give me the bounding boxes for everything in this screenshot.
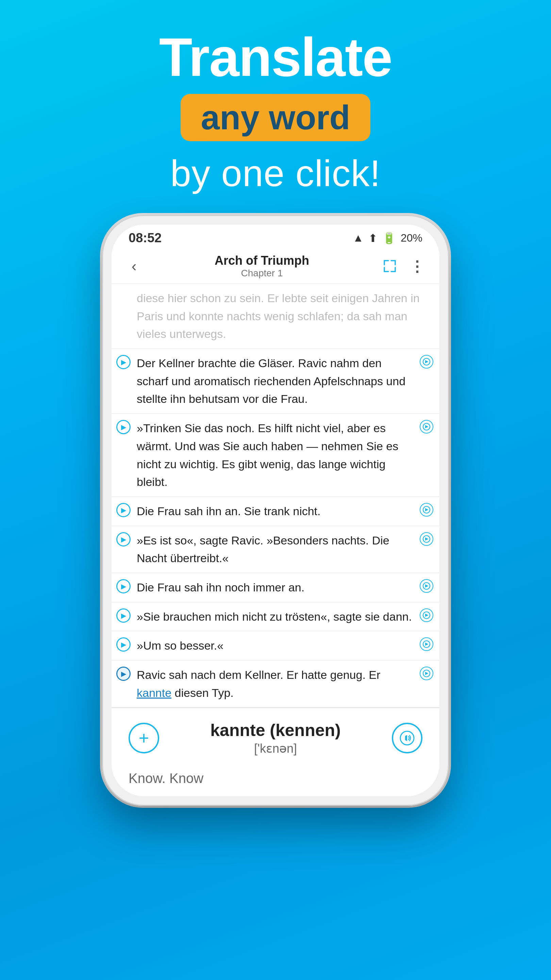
- end-button[interactable]: [420, 349, 440, 414]
- sound-button[interactable]: [392, 723, 422, 753]
- end-button[interactable]: [420, 573, 440, 602]
- paragraph-text: »Trinken Sie das noch. Es hilft nicht vi…: [135, 414, 420, 496]
- highlight-badge: any word: [181, 94, 371, 141]
- book-title-block: Arch of Triumph Chapter 1: [214, 253, 309, 279]
- reading-content: diese hier schon zu sein. Er lebte seit …: [111, 284, 440, 708]
- expand-button[interactable]: [380, 256, 400, 276]
- paragraph-text: »Um so besser.«: [135, 631, 420, 660]
- play-circle-icon: ▶: [116, 579, 130, 593]
- table-row: ▶ Die Frau sah ihn noch immer an.: [111, 573, 440, 602]
- audio-icon: [420, 420, 433, 434]
- book-header: ‹ Arch of Triumph Chapter 1: [111, 249, 440, 284]
- status-bar: 08:52 ▲ ⬆ 🔋 20%: [111, 224, 440, 249]
- audio-icon: [420, 667, 433, 680]
- play-circle-icon: ▶: [116, 355, 130, 369]
- play-button[interactable]: ▶: [111, 526, 135, 573]
- play-circle-icon: ▶: [116, 420, 130, 434]
- paragraph-text: Ravic sah nach dem Kellner. Er hatte gen…: [135, 660, 420, 707]
- status-time: 08:52: [129, 231, 162, 245]
- wifi-icon: ⬆: [368, 232, 378, 245]
- end-button[interactable]: [420, 497, 440, 526]
- phone-shell: 08:52 ▲ ⬆ 🔋 20% ‹ Arch of Triumph Chapte…: [102, 215, 449, 806]
- play-button[interactable]: ▶: [111, 660, 135, 707]
- audio-icon: [420, 503, 433, 517]
- book-chapter: Chapter 1: [214, 268, 309, 279]
- headline-section: Translate any word by one click!: [159, 27, 392, 195]
- translation-word-block: kannte (kennen) ['kɛnən]: [159, 721, 392, 756]
- paragraph-text: diese hier schon zu sein. Er lebte seit …: [135, 284, 440, 348]
- phone-mockup: 08:52 ▲ ⬆ 🔋 20% ‹ Arch of Triumph Chapte…: [102, 215, 449, 806]
- play-circle-icon: ▶: [116, 637, 130, 652]
- play-button[interactable]: ▶: [111, 573, 135, 602]
- audio-icon: [420, 532, 433, 546]
- play-button[interactable]: ▶: [111, 631, 135, 660]
- table-row: ▶ Ravic sah nach dem Kellner. Er hatte g…: [111, 660, 440, 708]
- highlighted-word[interactable]: kannte: [137, 686, 171, 699]
- play-button[interactable]: ▶: [111, 497, 135, 526]
- table-row: diese hier schon zu sein. Er lebte seit …: [111, 284, 440, 349]
- table-row: ▶ »Trinken Sie das noch. Es hilft nicht …: [111, 414, 440, 497]
- translation-panel: + kannte (kennen) ['kɛnən]: [111, 708, 440, 766]
- end-button[interactable]: [420, 602, 440, 631]
- paragraph-text: »Sie brauchen mich nicht zu trösten«, sa…: [135, 602, 420, 631]
- phonetic-transcription: ['kɛnən]: [159, 741, 392, 756]
- end-button[interactable]: [420, 526, 440, 573]
- play-button[interactable]: ▶: [111, 602, 135, 631]
- audio-icon: [420, 579, 433, 593]
- headline-subtitle: by one click!: [159, 151, 392, 195]
- signal-icon: ▲: [353, 232, 364, 244]
- battery-level: 20%: [401, 232, 422, 244]
- audio-icon: [420, 355, 433, 369]
- audio-icon: [420, 608, 433, 622]
- word-meaning: Know. Know: [111, 766, 440, 796]
- end-button[interactable]: [420, 660, 440, 707]
- end-button[interactable]: [420, 631, 440, 660]
- more-button[interactable]: ⋮: [407, 256, 427, 276]
- table-row: ▶ Der Kellner brachte die Gläser. Ravic …: [111, 349, 440, 414]
- paragraph-text: Die Frau sah ihn an. Sie trank nicht.: [135, 497, 420, 526]
- end-button[interactable]: [420, 414, 440, 496]
- audio-icon: [420, 637, 433, 651]
- translated-word: kannte (kennen): [159, 721, 392, 740]
- play-circle-icon: ▶: [116, 532, 130, 546]
- play-circle-icon: ▶: [116, 667, 130, 681]
- table-row: ▶ »Um so besser.«: [111, 631, 440, 660]
- table-row: ▶ Die Frau sah ihn an. Sie trank nicht.: [111, 497, 440, 526]
- table-row: ▶ »Sie brauchen mich nicht zu trösten«, …: [111, 602, 440, 632]
- table-row: ▶ »Es ist so«, sagte Ravic. »Besonders n…: [111, 526, 440, 573]
- play-circle-icon: ▶: [116, 503, 130, 517]
- headline-title: Translate: [159, 27, 392, 87]
- battery-icon: 🔋: [382, 232, 396, 245]
- play-button[interactable]: ▶: [111, 349, 135, 414]
- add-word-button[interactable]: +: [129, 723, 159, 753]
- play-circle-icon: ▶: [116, 608, 130, 623]
- phone-screen: 08:52 ▲ ⬆ 🔋 20% ‹ Arch of Triumph Chapte…: [111, 224, 440, 796]
- status-icons: ▲ ⬆ 🔋 20%: [353, 232, 422, 245]
- paragraph-text: »Es ist so«, sagte Ravic. »Besonders nac…: [135, 526, 420, 573]
- paragraph-text: Die Frau sah ihn noch immer an.: [135, 573, 420, 602]
- play-button[interactable]: ▶: [111, 414, 135, 496]
- book-title: Arch of Triumph: [214, 253, 309, 268]
- paragraph-text: Der Kellner brachte die Gläser. Ravic na…: [135, 349, 420, 414]
- plus-icon: +: [139, 728, 149, 748]
- back-button[interactable]: ‹: [124, 258, 144, 275]
- book-header-icons: ⋮: [380, 256, 427, 276]
